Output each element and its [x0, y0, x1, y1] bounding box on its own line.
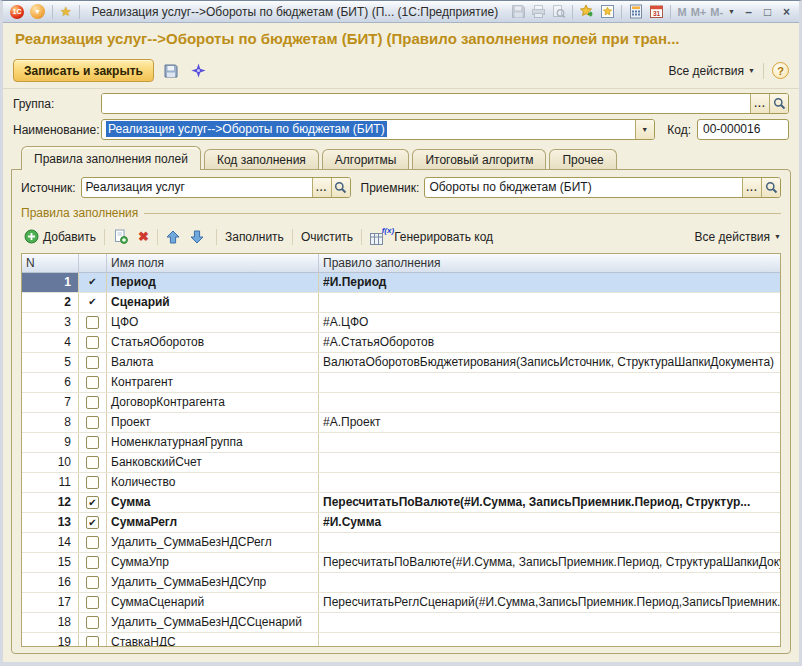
save-button[interactable] — [160, 61, 182, 81]
calc-memory-m-button[interactable]: M — [677, 6, 686, 18]
group-input[interactable] — [102, 94, 750, 113]
fill-rule-cell[interactable]: #И.Сумма — [319, 513, 780, 532]
save-close-button[interactable]: Записать и закрыть — [13, 59, 154, 82]
fill-rule-cell[interactable]: #А.ЦФО — [319, 313, 780, 332]
row-checkbox[interactable]: ✔ — [86, 516, 99, 529]
magic-spark-icon[interactable] — [188, 61, 210, 81]
fill-rule-cell[interactable]: #И.Период — [319, 273, 780, 292]
table-row[interactable]: 18 Удалить_СуммаБезНДССценарий — [22, 613, 780, 633]
calendar-icon[interactable]: 31 — [647, 4, 665, 20]
group-search-button[interactable] — [769, 94, 788, 113]
calc-memory-mminus-button[interactable]: M- — [710, 6, 723, 18]
table-row[interactable]: 17 СуммаСценарий ПересчитатьРеглСценарий… — [22, 593, 780, 613]
row-checkbox[interactable] — [86, 456, 99, 469]
table-row[interactable]: 16 Удалить_СуммаБезНДСУпр — [22, 573, 780, 593]
field-name-cell[interactable]: Сценарий — [107, 293, 319, 312]
all-actions-button[interactable]: Все действия ▼ — [669, 64, 755, 78]
table-row[interactable]: 10 БанковскийСчет — [22, 453, 780, 473]
fill-rule-cell[interactable]: ПересчитатьПоВалюте(#И.Сумма, ЗаписьПрие… — [319, 553, 780, 572]
table-all-actions-button[interactable]: Все действия ▼ — [695, 230, 781, 244]
column-header-flag[interactable] — [79, 254, 107, 273]
fill-rule-cell[interactable] — [319, 453, 780, 472]
target-search-button[interactable] — [761, 178, 780, 197]
fill-rule-cell[interactable] — [319, 533, 780, 552]
row-checkbox[interactable] — [86, 576, 99, 589]
row-checkbox[interactable] — [86, 376, 99, 389]
field-name-cell[interactable]: СуммаУпр — [107, 553, 319, 572]
fill-button[interactable]: Заполнить — [225, 230, 284, 244]
source-choose-button[interactable]: ... — [312, 178, 331, 197]
minimize-button[interactable]: – — [740, 4, 757, 20]
close-button[interactable]: × — [778, 4, 795, 20]
delete-row-button[interactable]: ✖ — [138, 229, 149, 244]
table-row[interactable]: 8 Проект #А.Проект — [22, 413, 780, 433]
source-input[interactable]: Реализация услуг — [82, 178, 312, 197]
table-row[interactable]: 12 ✔ Сумма ПересчитатьПоВалюте(#И.Сумма,… — [22, 493, 780, 513]
move-up-button[interactable] — [166, 230, 184, 244]
maximize-button[interactable]: □ — [759, 4, 776, 20]
fill-rule-cell[interactable] — [319, 573, 780, 592]
row-checkbox[interactable] — [86, 336, 99, 349]
field-name-cell[interactable]: ДоговорКонтрагента — [107, 393, 319, 412]
table-row[interactable]: 6 Контрагент — [22, 373, 780, 393]
field-name-cell[interactable]: Удалить_СуммаБезНДСРегл — [107, 533, 319, 552]
main-menu-button[interactable]: ▼ — [30, 4, 45, 19]
name-input[interactable]: Реализация услуг-->Обороты по бюджетам (… — [102, 120, 635, 139]
field-name-cell[interactable]: Удалить_СуммаБезНДСУпр — [107, 573, 319, 592]
fill-rule-cell[interactable]: ВалютаОборотовБюджетирования(ЗаписьИсточ… — [319, 353, 780, 372]
field-name-cell[interactable]: НоменклатурнаяГруппа — [107, 433, 319, 452]
column-header-rule[interactable]: Правило заполнения — [319, 254, 780, 273]
table-row[interactable]: 13 ✔ СуммаРегл #И.Сумма — [22, 513, 780, 533]
table-row[interactable]: 14 Удалить_СуммаБезНДСРегл — [22, 533, 780, 553]
row-checkbox[interactable] — [86, 436, 99, 449]
row-checkbox[interactable] — [86, 476, 99, 489]
column-header-name[interactable]: Имя поля — [107, 254, 319, 273]
field-name-cell[interactable]: СтавкаНДС — [107, 633, 319, 647]
target-input[interactable]: Обороты по бюджетам (БИТ) — [425, 178, 742, 197]
fill-rule-cell[interactable]: ПересчитатьРеглСценарий(#И.Сумма,ЗаписьП… — [319, 593, 780, 612]
fill-rule-cell[interactable]: ПересчитатьПоВалюте(#И.Сумма, ЗаписьПрие… — [319, 493, 780, 512]
move-down-button[interactable] — [190, 230, 208, 244]
row-checkbox[interactable] — [86, 316, 99, 329]
table-row[interactable]: 7 ДоговорКонтрагента — [22, 393, 780, 413]
row-checkbox[interactable] — [86, 636, 99, 647]
calculator-icon[interactable] — [627, 4, 645, 20]
tab-fill-rules[interactable]: Правила заполнения полей — [21, 146, 201, 170]
tab-final-algorithm[interactable]: Итоговый алгоритм — [412, 149, 546, 169]
row-checkbox[interactable] — [86, 416, 99, 429]
tab-fill-code[interactable]: Код заполнения — [204, 149, 319, 169]
table-row[interactable]: 1 ✔ Период #И.Период — [22, 273, 780, 293]
row-checkbox[interactable] — [86, 536, 99, 549]
code-field[interactable]: 00-000016 — [697, 119, 789, 140]
field-name-cell[interactable]: ЦФО — [107, 313, 319, 332]
row-checkbox[interactable]: ✔ — [86, 276, 99, 289]
row-checkbox[interactable]: ✔ — [86, 496, 99, 509]
field-name-cell[interactable]: Количество — [107, 473, 319, 492]
fill-rule-cell[interactable] — [319, 473, 780, 492]
row-checkbox[interactable]: ✔ — [86, 296, 99, 309]
calc-memory-mplus-button[interactable]: M+ — [691, 6, 707, 18]
field-name-cell[interactable]: Период — [107, 273, 319, 292]
target-choose-button[interactable]: ... — [742, 178, 761, 197]
favorites-list-icon[interactable] — [598, 4, 616, 20]
field-name-cell[interactable]: СуммаСценарий — [107, 593, 319, 612]
row-checkbox[interactable] — [86, 356, 99, 369]
table-row[interactable]: 9 НоменклатурнаяГруппа — [22, 433, 780, 453]
tab-algorithms[interactable]: Алгоритмы — [322, 149, 410, 169]
field-name-cell[interactable]: Контрагент — [107, 373, 319, 392]
table-row[interactable]: 2 ✔ Сценарий — [22, 293, 780, 313]
source-search-button[interactable] — [331, 178, 350, 197]
tab-other[interactable]: Прочее — [549, 149, 616, 169]
field-name-cell[interactable]: Удалить_СуммаБезНДССценарий — [107, 613, 319, 632]
name-dropdown-button[interactable]: ▼ — [635, 120, 654, 139]
fill-rule-cell[interactable] — [319, 613, 780, 632]
add-to-favorites-icon[interactable] — [578, 4, 596, 20]
row-checkbox[interactable] — [86, 596, 99, 609]
field-name-cell[interactable]: БанковскийСчет — [107, 453, 319, 472]
fill-rule-cell[interactable] — [319, 433, 780, 452]
field-name-cell[interactable]: Валюта — [107, 353, 319, 372]
row-checkbox[interactable] — [86, 396, 99, 409]
add-row-button[interactable]: Добавить — [24, 229, 96, 244]
table-row[interactable]: 19 СтавкаНДС — [22, 633, 780, 647]
field-name-cell[interactable]: СтатьяОборотов — [107, 333, 319, 352]
